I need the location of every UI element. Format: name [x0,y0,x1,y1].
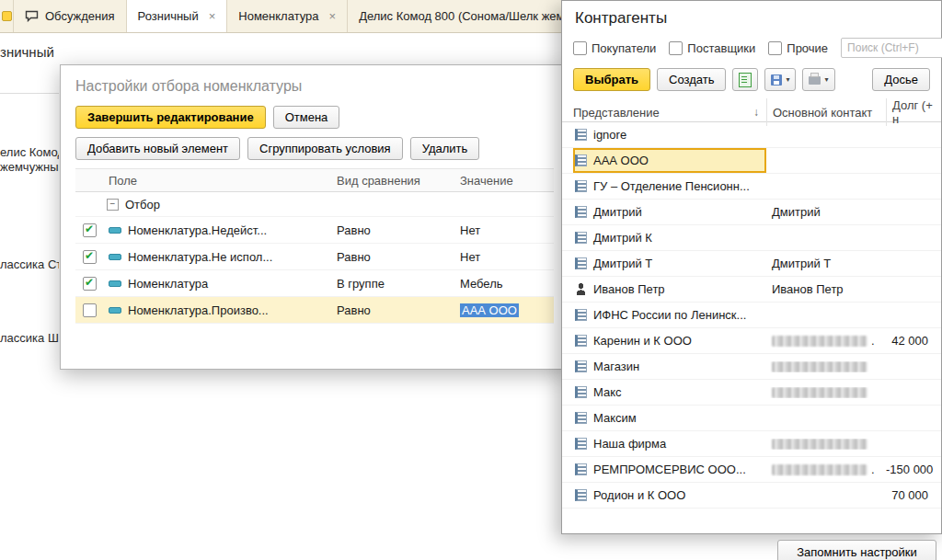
column-header-value[interactable]: Значение [454,174,554,188]
group-conditions-button[interactable]: Сгруппировать условия [247,137,403,160]
filter-settings-dialog: Настройки отбора номенклатуры Завершить … [60,64,569,370]
table-header: Поле Вид сравнения Значение [75,168,554,192]
filter-item-icon [109,254,121,260]
person-icon [575,283,587,295]
checkbox-unchecked[interactable] [669,41,683,55]
table-row[interactable]: Дмитрий Т Дмитрий Т [562,251,941,277]
sort-desc-icon[interactable]: ↓ [753,106,759,119]
filter-row[interactable]: ✔ Номенклатура.Не испол... Равно Нет [75,244,554,270]
toolbar: Выбрать Создать ▾ ▾ Досье [562,62,941,98]
organization-icon [575,206,587,218]
table-row[interactable]: ИФНС России по Ленинск... [562,303,941,328]
cancel-button[interactable]: Отмена [273,106,340,129]
dossier-button[interactable]: Досье [872,68,930,91]
chevron-down-icon: ▾ [786,75,789,84]
table-row[interactable]: РЕМПРОМСЕРВИС ООО... . -150 000 [562,457,941,483]
filter-value: Нет [454,250,554,264]
comparison-value: Равно [331,250,454,264]
checkbox-unchecked[interactable] [768,41,782,55]
tab-nomenclature[interactable]: Номенклатура × [227,0,348,32]
tab-discussions[interactable]: Обсуждения [14,0,127,32]
filter-row[interactable]: ✔ Номенклатура В группе Мебель [75,270,554,297]
organization-icon [575,257,587,269]
print-menu-button[interactable]: ▾ [802,68,834,91]
column-header-name[interactable]: Представление [573,106,660,120]
print-icon [809,76,821,85]
create-button[interactable]: Создать [657,68,726,91]
pinned-tab-stub[interactable] [0,0,14,32]
table-row[interactable]: Родион и К ООО 70 000 [562,483,941,509]
filter-buyers[interactable]: Покупатели [573,41,656,55]
dialog-title: Настройки отбора номенклатуры [75,78,554,95]
filter-others[interactable]: Прочие [768,41,828,55]
text-fragment: елис Комод [0,145,59,159]
field-name: Номенклатура.Недейст... [128,223,267,237]
counterparties-window: Контрагенты Покупатели Поставщики Прочие… [561,0,942,534]
organization-icon [575,438,587,450]
tab-retail[interactable]: Розничный × [127,0,228,32]
delete-button[interactable]: Удалить [410,137,480,160]
filter-item-icon [109,227,121,234]
filter-item-icon [109,307,121,314]
select-button[interactable]: Выбрать [573,68,650,91]
table-row[interactable]: Максим [562,406,941,431]
tab-delis-komod[interactable]: Делис Комод 800 (Сонома/Шелк жемчу [348,0,589,32]
create-group-icon [739,73,752,87]
organization-icon [575,386,587,398]
column-header-debt[interactable]: Долг (+ н [886,98,941,126]
field-name: Номенклатура [128,277,208,291]
checkbox-unchecked[interactable] [83,303,97,317]
close-icon[interactable]: × [329,9,337,23]
remember-settings-button[interactable]: Запомнить настройки [777,540,936,560]
organization-icon [575,154,587,166]
table-row[interactable]: Наша фирма [562,431,941,457]
table-row[interactable]: ГУ – Отделение Пенсионн... [562,174,941,200]
text-fragment: лассика Ш [0,331,59,345]
pinned-tab-icon [2,11,12,21]
add-element-button[interactable]: Добавить новый элемент [75,137,240,160]
table-row[interactable]: Дмитрий Дмитрий [562,200,941,225]
filter-row-active[interactable]: Номенклатура.Произво... Равно ААА ООО [75,297,554,324]
blurred-text [772,387,867,398]
blurred-text [772,464,867,475]
comparison-value: Равно [331,303,454,317]
page-title-fragment: зничный [0,44,59,60]
column-header-contact[interactable]: Основной контакт [766,98,886,126]
filter-value: Мебель [454,277,554,291]
selected-text[interactable]: ААА ООО [460,303,519,317]
field-name: Номенклатура.Не испол... [128,250,272,264]
chevron-down-icon: ▾ [824,75,828,84]
column-header-field[interactable]: Поле [103,174,331,188]
checkbox-checked[interactable]: ✔ [83,250,97,264]
create-group-button[interactable] [732,68,758,91]
filter-suppliers[interactable]: Поставщики [669,41,755,55]
table-row[interactable]: Магазин [562,354,941,380]
tab-label: Номенклатура [238,9,318,23]
filter-row[interactable]: ✔ Номенклатура.Недейст... Равно Нет [75,217,554,244]
group-row-otbor[interactable]: − Отбор [75,192,554,217]
finish-editing-button[interactable]: Завершить редактирование [75,106,266,129]
comparison-value: Равно [331,223,454,237]
counterparties-list: ignore ААА ООО ГУ – Отделение Пенсионн..… [562,122,941,509]
checkbox-checked[interactable]: ✔ [83,277,97,291]
table-row[interactable]: Дмитрий К [562,225,941,251]
list-header: Представление ↓ Основной контакт Долг (+… [562,98,941,122]
search-input[interactable] [841,38,942,58]
save-menu-button[interactable]: ▾ [764,68,796,91]
screen: зничный елис Комод жемчужный) лассика Ст… [0,0,942,560]
filter-checkboxes: Покупатели Поставщики Прочие [562,32,941,62]
collapse-icon[interactable]: − [107,199,119,211]
table-row[interactable]: Иванов Петр Иванов Петр [562,277,941,303]
close-icon[interactable]: × [209,9,216,23]
checkbox-checked[interactable]: ✔ [83,223,97,237]
table-row[interactable]: ignore [562,122,941,148]
table-row[interactable]: Каренин и К ООО . 42 000 [562,328,941,354]
organization-icon [575,360,587,372]
filter-table: Поле Вид сравнения Значение − Отбор ✔ Но… [75,168,554,324]
save-icon [771,74,782,86]
table-row-selected[interactable]: ААА ООО [562,148,941,174]
column-header-comparison[interactable]: Вид сравнения [331,174,454,188]
table-row[interactable]: Макс [562,380,941,406]
checkbox-unchecked[interactable] [573,41,587,55]
filter-item-icon [109,280,121,287]
